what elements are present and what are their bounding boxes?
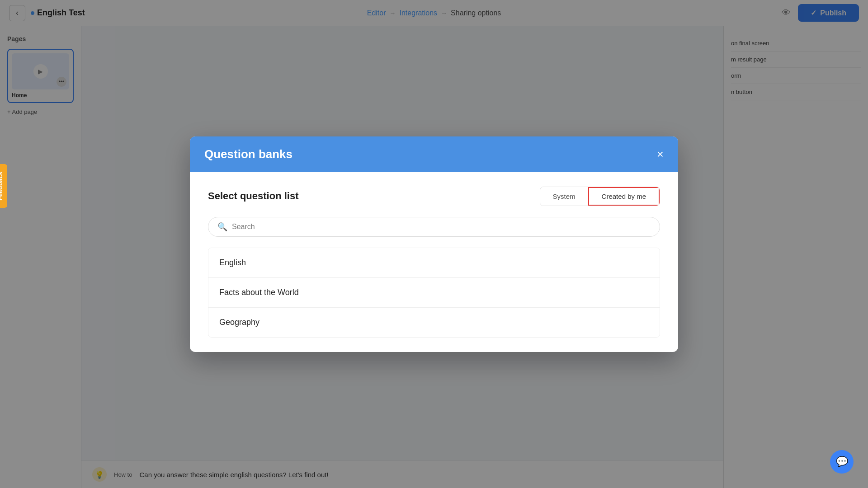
- feedback-label: Feedback: [0, 171, 4, 201]
- tab-created-by-me[interactable]: Created by me: [588, 187, 660, 206]
- modal-title: Question banks: [204, 147, 292, 161]
- list-item-facts[interactable]: Facts about the World: [208, 278, 660, 308]
- modal-header: Question banks ×: [190, 136, 678, 172]
- messenger-icon: 💬: [836, 456, 848, 468]
- list-item-english[interactable]: English: [208, 248, 660, 278]
- list-item-geography[interactable]: Geography: [208, 308, 660, 337]
- modal-tab-group: System Created by me: [540, 187, 660, 206]
- modal-close-button[interactable]: ×: [657, 148, 664, 160]
- search-input[interactable]: [232, 223, 651, 231]
- modal-body: Select question list System Created by m…: [190, 172, 678, 352]
- modal-select-row: Select question list System Created by m…: [208, 187, 660, 206]
- feedback-tab[interactable]: Feedback: [0, 164, 7, 208]
- question-list: English Facts about the World Geography: [208, 248, 660, 338]
- tab-system[interactable]: System: [540, 187, 588, 206]
- modal-select-label: Select question list: [208, 190, 299, 202]
- messenger-button[interactable]: 💬: [830, 450, 854, 474]
- search-wrap: 🔍: [208, 217, 660, 237]
- search-icon: 🔍: [217, 222, 227, 232]
- question-banks-modal: Question banks × Select question list Sy…: [190, 136, 678, 352]
- modal-overlay[interactable]: Question banks × Select question list Sy…: [0, 0, 868, 488]
